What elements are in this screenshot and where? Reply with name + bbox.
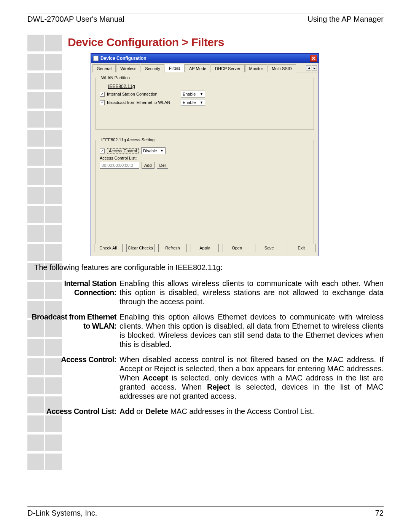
tab-strip: General Wireless Security Filters AP Mod… (91, 63, 319, 72)
intro-text: The following features are configurable … (34, 263, 384, 272)
tab-scroll-right-icon[interactable]: ▸ (312, 65, 317, 70)
tab-wireless[interactable]: Wireless (116, 64, 140, 72)
def-acl-or: or (134, 407, 145, 415)
def-ac-label: Access Control: (28, 355, 119, 401)
window-icon (93, 56, 99, 61)
tab-monitor[interactable]: Monitor (245, 64, 268, 72)
chevron-down-icon: ▼ (200, 101, 203, 104)
access-control-label: Access Control (107, 148, 139, 153)
access-control-value: Disable (143, 149, 157, 153)
def-acl-body: Add or Delete MAC addresses in the Acces… (119, 407, 384, 416)
def-acl-label: Access Control List: (28, 407, 119, 416)
check-all-button[interactable]: Check All (94, 244, 123, 252)
clear-checks-button[interactable]: Clear Checks (126, 244, 155, 252)
chevron-down-icon: ▼ (200, 92, 203, 96)
access-control-checkbox[interactable] (100, 149, 105, 153)
close-icon: ✕ (311, 56, 316, 61)
def-acl-rest: MAC addresses in the Access Control List… (168, 407, 314, 415)
tab-scroll-left-icon[interactable]: ◂ (306, 65, 311, 70)
dialog-titlebar[interactable]: Device Configuration ✕ (91, 54, 319, 63)
tab-multissid[interactable]: Multi-SSID (268, 64, 296, 72)
broadcast-label: Broadcast from Ethernet to WLAN (107, 100, 178, 105)
def-ac-reject: Reject (207, 383, 230, 391)
broadcast-select[interactable]: Enable ▼ (181, 99, 205, 106)
access-control-list-label: Access Control List: (100, 156, 137, 160)
def-isc-label: Internal Station Connection: (28, 279, 119, 306)
wlan-partition-group: WLAN Partition IEEE802.11g Internal Stat… (96, 75, 314, 130)
def-acl-del: Delete (145, 407, 168, 415)
mac-input[interactable]: 00:00:00:00:00:0 (100, 162, 139, 169)
internal-station-checkbox[interactable] (100, 92, 105, 97)
access-control-select[interactable]: Disable ▼ (141, 147, 166, 154)
exit-button[interactable]: Exit (287, 244, 315, 252)
dialog-title: Device Configuration (100, 56, 147, 61)
header-right: Using the AP Manager (307, 15, 384, 24)
access-setting-legend: IEEE802.11g Access Setting (100, 137, 156, 142)
broadcast-checkbox[interactable] (100, 100, 105, 105)
open-button[interactable]: Open (223, 244, 251, 252)
tab-ap-mode[interactable]: AP Mode (185, 64, 210, 72)
footer-right: 72 (375, 509, 384, 518)
internal-station-label: Internal Station Connection (107, 92, 178, 96)
ieee-label: IEEE802.11g (108, 84, 135, 89)
apply-button[interactable]: Apply (191, 244, 219, 252)
wlan-partition-legend: WLAN Partition (100, 75, 131, 80)
close-button[interactable]: ✕ (310, 55, 317, 62)
save-button[interactable]: Save (255, 244, 284, 252)
tab-security[interactable]: Security (141, 64, 164, 72)
chevron-down-icon: ▼ (160, 149, 164, 153)
def-bcast-body: Enabling this option allows Ethernet dev… (119, 312, 384, 349)
footer-left: D-Link Systems, Inc. (27, 509, 97, 518)
def-bcast-label: Broadcast from Ethernet to WLAN: (28, 312, 119, 349)
def-acl-add: Add (119, 407, 134, 415)
header-left: DWL-2700AP User's Manual (27, 15, 124, 24)
del-button[interactable]: Del (157, 162, 169, 169)
access-setting-group: IEEE802.11g Access Setting Access Contro… (96, 137, 314, 244)
page-title: Device Configuration > Filters (68, 36, 384, 49)
tab-dhcp[interactable]: DHCP Server (211, 64, 244, 72)
add-button[interactable]: Add (142, 162, 155, 169)
tab-general[interactable]: General (92, 64, 116, 72)
def-ac-body: When disabled access control is not filt… (119, 355, 384, 401)
broadcast-value: Enable (183, 100, 196, 105)
refresh-button[interactable]: Refresh (158, 244, 187, 252)
internal-station-value: Enable (183, 92, 196, 96)
device-config-dialog: Device Configuration ✕ General Wireless … (91, 53, 319, 256)
internal-station-select[interactable]: Enable ▼ (181, 91, 205, 97)
tab-filters[interactable]: Filters (165, 64, 185, 72)
def-isc-body: Enabling this allows wireless clients to… (119, 279, 384, 306)
def-ac-accept: Accept (143, 374, 168, 382)
